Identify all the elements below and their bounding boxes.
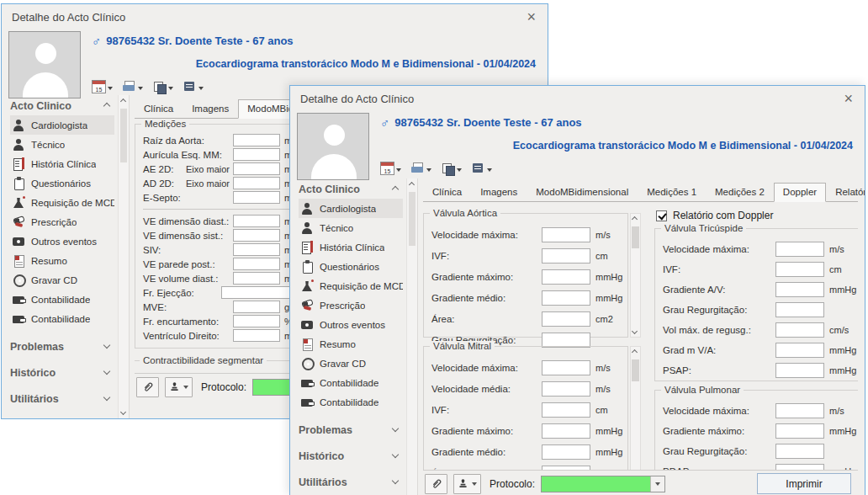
value-input[interactable] [542,360,590,375]
scroll-up-icon[interactable] [632,349,638,355]
sidebar-item[interactable]: Contabilidade [10,290,114,309]
value-input[interactable] [233,162,280,175]
value-input[interactable] [542,381,590,397]
sidebar-section[interactable]: Utilitários [10,386,114,412]
print-button[interactable] [410,162,431,175]
value-input[interactable] [542,333,590,348]
group-scrollbar[interactable] [630,213,641,338]
value-input[interactable] [233,315,280,327]
stamp-button[interactable] [165,377,193,397]
sidebar-scrollbar[interactable] [406,178,418,495]
sidebar-header[interactable]: Acto Clinico [299,180,403,199]
sidebar-section[interactable]: Dados Pessoais [10,412,114,418]
sidebar-item[interactable]: História Clínica [10,154,114,173]
sidebar-header[interactable]: Acto Clinico [10,97,114,115]
tab[interactable]: ModoMBidimensional [527,183,638,202]
sidebar-item[interactable]: Resumo [10,251,114,270]
value-input[interactable] [233,243,280,256]
value-input[interactable] [233,272,280,285]
sidebar-item[interactable]: Outros eventos [299,315,403,334]
value-input[interactable] [775,242,824,257]
value-input[interactable] [542,402,590,418]
value-input[interactable] [542,290,590,306]
sidebar-scrollbar[interactable] [118,95,130,418]
scroll-thumb[interactable] [632,359,639,381]
value-input[interactable] [233,177,280,189]
scroll-up-icon[interactable] [632,216,638,222]
notes-button[interactable] [471,162,492,175]
value-input[interactable] [775,343,824,358]
value-input[interactable] [542,227,590,242]
tab[interactable]: Imagens [471,183,527,202]
tab[interactable]: Medições 2 [706,183,774,202]
doppler-report-checkbox[interactable] [656,210,667,221]
tab[interactable]: Doppler [774,183,826,202]
copy-button[interactable] [152,80,173,93]
value-input[interactable] [775,302,824,317]
sidebar-item[interactable]: Requisição de MCDTs [10,193,114,212]
sidebar-item[interactable]: Resumo [299,334,403,354]
sidebar-item[interactable]: Cardiologista [299,199,403,218]
value-input[interactable] [542,248,590,263]
stamp-button[interactable] [453,474,481,494]
sidebar-item[interactable]: Prescrição [10,212,114,232]
value-input[interactable] [775,444,824,459]
sidebar-item[interactable]: Questionários [10,173,114,193]
scroll-up-icon[interactable] [409,182,415,188]
scroll-down-icon[interactable] [632,328,638,334]
value-input[interactable] [233,215,280,227]
value-input[interactable] [233,148,280,161]
value-input[interactable] [542,311,590,327]
sidebar-item[interactable]: Requisição de MCDTs [299,276,403,295]
value-input[interactable] [775,464,824,470]
combo-dropdown-button[interactable] [650,476,664,492]
value-input[interactable] [542,423,590,439]
scroll-thumb[interactable] [120,109,127,162]
copy-button[interactable] [441,162,462,175]
sidebar-section[interactable]: Problemas [299,417,403,443]
tab[interactable]: Medições 1 [638,183,706,202]
tab[interactable]: Clínica [135,99,183,119]
value-input[interactable] [233,329,280,342]
sidebar-item[interactable]: Gravar CD [10,270,114,290]
value-input[interactable] [775,322,824,338]
value-input[interactable] [775,403,824,418]
value-input[interactable] [775,262,824,277]
value-input[interactable] [775,423,824,439]
sidebar-item[interactable]: Outros eventos [10,232,114,251]
value-input[interactable] [233,134,280,146]
value-input[interactable] [542,269,590,285]
value-input[interactable] [542,444,590,460]
scroll-thumb[interactable] [632,226,639,248]
sidebar-item[interactable]: Gravar CD [299,354,403,373]
value-input[interactable] [233,258,280,270]
sidebar-item[interactable]: História Clínica [299,237,403,257]
value-input[interactable] [233,301,280,313]
sidebar-item[interactable]: Contabilidade [299,392,403,412]
sidebar-item[interactable]: Questionários [299,257,403,276]
value-input[interactable] [775,363,824,378]
value-input[interactable] [775,282,824,297]
tab[interactable]: Relatório [826,183,865,202]
tab[interactable]: Clínica [423,183,471,202]
protocol-combobox[interactable] [541,476,665,492]
attach-button[interactable] [136,377,159,397]
value-input[interactable] [542,466,590,471]
scroll-thumb[interactable] [409,192,415,246]
print-button[interactable] [122,80,143,93]
scroll-up-icon[interactable] [120,98,126,104]
sidebar-item[interactable]: Cardiologista [10,115,114,135]
group-scrollbar[interactable] [630,346,641,470]
attach-button[interactable] [425,474,447,494]
sidebar-item[interactable]: Técnico [299,218,403,237]
sidebar-section[interactable]: Utilitários [299,469,403,495]
value-input[interactable] [233,229,280,242]
sidebar-section[interactable]: Problemas [10,333,114,359]
sidebar-item[interactable]: Contabilidade [299,373,403,392]
close-icon[interactable]: × [525,11,537,23]
calendar-button[interactable]: 15 [380,162,401,175]
tab[interactable]: Imagens [183,99,238,119]
scroll-down-icon[interactable] [120,409,126,415]
notes-button[interactable] [183,80,204,93]
calendar-button[interactable]: 15 [92,80,113,93]
